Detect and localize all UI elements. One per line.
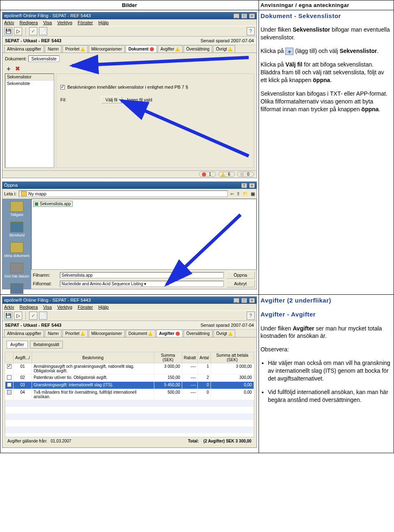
new-folder-icon[interactable]: 📁 [243, 191, 248, 197]
tab-dokument[interactable]: Dokument [126, 330, 156, 337]
subtab-avgifter[interactable]: Avgifter [7, 341, 28, 349]
col-header[interactable] [5, 352, 14, 363]
folder-select[interactable]: Ny mapp [19, 190, 228, 197]
row-checkbox[interactable] [7, 383, 11, 387]
fees-table: Avgift.../BeskrivningSumma (SEK)RabattAn… [5, 352, 254, 400]
pb7-checkbox[interactable] [60, 85, 65, 89]
tab-övrigt[interactable]: Övrigt [213, 330, 236, 337]
file-name: Sekvenslista.app [40, 202, 71, 206]
plus-inline-icon: + [285, 48, 293, 55]
help-icon[interactable]: ? [247, 312, 255, 320]
check-icon[interactable]: ✓ [29, 27, 37, 35]
col-header[interactable]: Antal [198, 352, 211, 363]
maximize-icon[interactable]: □ [241, 298, 247, 303]
menu-verktyg[interactable]: Verktyg [57, 305, 72, 310]
menu-hjalp[interactable]: Hjälp [98, 305, 109, 310]
col-header[interactable]: Rabatt [182, 352, 197, 363]
fee-row[interactable]: 01Anmälningsavgift och granskningsavgift… [5, 363, 254, 374]
close-icon[interactable]: × [249, 298, 255, 303]
row-checkbox[interactable] [7, 390, 11, 394]
print-icon[interactable]: ▷ [14, 27, 22, 35]
cell-total: 0,00 [211, 389, 254, 400]
help-icon[interactable]: ? [241, 183, 247, 188]
open-button[interactable]: Öppna [226, 271, 255, 279]
menu-hjalp[interactable]: Hjälp [98, 20, 109, 25]
menu-redigera[interactable]: Redigera [20, 305, 38, 310]
tab-warn-icon [228, 332, 232, 336]
fee-row[interactable]: 02Patentkrav utöver tio. Obligatorisk av… [5, 374, 254, 382]
maximize-icon[interactable]: □ [241, 14, 247, 18]
valj-fil-button[interactable]: Välj fil [101, 96, 122, 103]
print-icon[interactable]: ▷ [14, 312, 22, 320]
dokument-value[interactable]: Sekvensliste [28, 55, 60, 62]
tab-warn-icon [81, 332, 85, 336]
menubar-2[interactable]: Arkiv Redigera Visa Verktyg Fönster Hjäl… [2, 304, 257, 310]
menu-visa[interactable]: Visa [43, 305, 52, 310]
doc-icon[interactable]: 📄 [39, 27, 47, 35]
filnamn-input[interactable] [60, 272, 224, 278]
tab-prioritet[interactable]: Prioritet [62, 330, 87, 337]
remove-icon[interactable]: ✖ [14, 65, 21, 73]
menu-verktyg[interactable]: Verktyg [57, 20, 72, 25]
tab-allmänna-uppgifter[interactable]: Allmänna uppgifter [4, 45, 44, 53]
up-icon[interactable]: ⇧ [236, 191, 240, 197]
tab-allmänna-uppgifter[interactable]: Allmänna uppgifter [4, 330, 44, 337]
subtab-betalningssatt[interactable]: Betalningssätt [30, 341, 63, 349]
tab-mikroorganismer[interactable]: Mikroorganismer [89, 330, 125, 337]
cell-code: 02 [14, 374, 32, 382]
col-header[interactable]: Summa (SEK) [154, 352, 182, 363]
row-checkbox[interactable] [7, 364, 11, 369]
col-header[interactable]: Avgift.../ [14, 352, 32, 363]
tab-avgifter[interactable]: Avgifter [156, 330, 183, 337]
menubar[interactable]: Arkiv Redigera Visa Verktyg Fönster Hjäl… [2, 19, 257, 26]
cell-rabatt: ---- [182, 382, 197, 389]
minimize-icon[interactable]: _ [234, 14, 239, 18]
sidebar-mina-dokument[interactable]: Mina dokument [2, 240, 31, 260]
tab-warn-icon [176, 47, 180, 51]
cell-rabatt: ---- [182, 374, 197, 382]
save-icon[interactable]: 💾 [4, 312, 12, 320]
tab-dokument[interactable]: Dokument [126, 45, 157, 53]
col-header[interactable]: Beskrivning [32, 352, 154, 363]
sidebar-tidigare[interactable]: Tidigare [2, 199, 31, 219]
tab-avgifter[interactable]: Avgifter [158, 45, 183, 53]
close-icon[interactable]: × [249, 14, 255, 18]
minimize-icon[interactable]: _ [234, 298, 239, 303]
menu-visa[interactable]: Visa [43, 20, 52, 25]
save-icon[interactable]: 💾 [4, 27, 12, 35]
menu-redigera[interactable]: Redigera [20, 20, 38, 25]
sidebar-skrivbord[interactable]: Skrivbord [2, 219, 31, 240]
file-item[interactable]: Sekvenslista.app [33, 201, 73, 207]
help-icon[interactable]: ? [247, 27, 255, 35]
col-header[interactable]: Summa att betala (SEK) [211, 352, 254, 363]
list-item[interactable]: Sekvensliste [5, 80, 54, 87]
tab-prioritet[interactable]: Prioritet [62, 45, 87, 53]
close-icon[interactable]: × [249, 183, 255, 188]
check-icon[interactable]: ✓ [29, 312, 37, 320]
fee-row[interactable]: 04Två månaders frist för översättning, f… [5, 389, 254, 400]
row-checkbox[interactable] [7, 375, 11, 380]
filformat-select[interactable]: Nucleotide and Amino Acid Sequence Listi… [60, 281, 224, 287]
tab-namn[interactable]: Namn [45, 45, 62, 53]
cell-code: 01 [14, 363, 32, 374]
tab-övrigt[interactable]: Övrigt [213, 45, 235, 53]
cancel-button[interactable]: Avbryt [226, 280, 255, 287]
menu-fonster[interactable]: Fönster [78, 20, 93, 25]
sidebar-den-har-datorn[interactable]: Den här datorn [2, 260, 31, 281]
doc-icon[interactable]: 📄 [39, 312, 47, 320]
tab-mikroorganismer[interactable]: Mikroorganismer [89, 45, 125, 53]
file-area[interactable]: Sekvenslista.app [31, 199, 257, 270]
views-icon[interactable]: ▦ [251, 191, 255, 197]
tab-översättning[interactable]: Översättning [183, 45, 213, 53]
menu-fonster[interactable]: Fönster [78, 305, 93, 310]
tab-namn[interactable]: Namn [45, 330, 62, 337]
menu-arkiv[interactable]: Arkiv [4, 305, 14, 310]
tab-översättning[interactable]: Översättning [183, 330, 213, 337]
sekvens-list[interactable]: Sekvenslistor Sekvensliste [5, 73, 54, 168]
fee-row[interactable]: 03Granskningsavgift: internationellt sla… [5, 382, 254, 389]
cell-name: Anmälningsavgift och granskningsavgift, … [32, 363, 154, 374]
menu-arkiv[interactable]: Arkiv [4, 20, 14, 25]
back-icon[interactable]: ⇐ [230, 191, 234, 197]
footer-right-value: (2 Avgifter) SEK 3 300,00 [204, 439, 252, 443]
add-icon[interactable]: + [5, 65, 12, 73]
